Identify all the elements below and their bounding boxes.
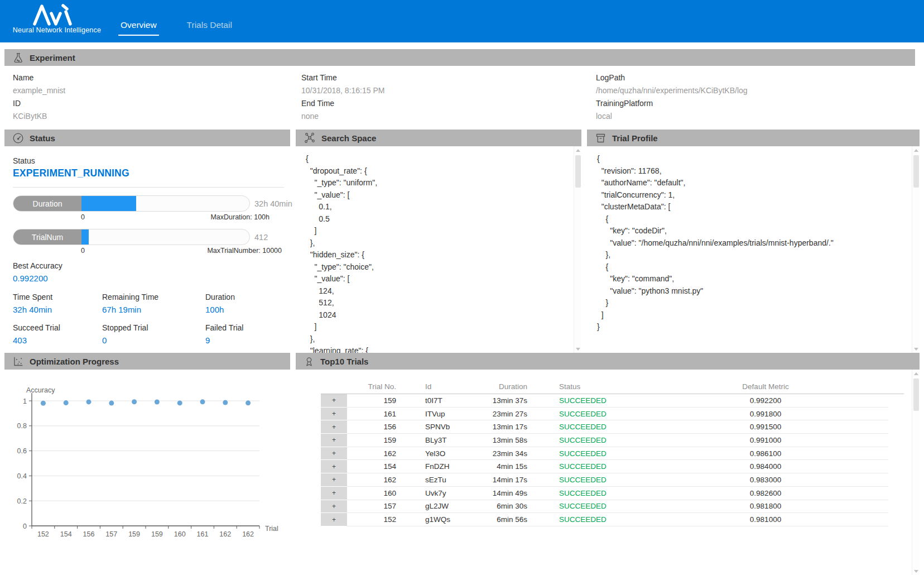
stopped-trial-value: 0: [102, 336, 107, 345]
data-point[interactable]: [109, 401, 114, 406]
row-spacer: [296, 434, 321, 447]
trial-profile-panel: { "revision": 11768, "authorName": "defa…: [587, 146, 920, 353]
metric-cell: 0.986100: [643, 447, 888, 461]
metric-cell: 0.981000: [643, 513, 888, 526]
status-cell: SUCCEEDED: [527, 513, 643, 526]
data-point[interactable]: [41, 401, 46, 406]
nav-tabs: Overview Trials Detail: [118, 20, 234, 36]
y-axis-tick-label: 0.8: [17, 422, 27, 430]
data-point[interactable]: [177, 400, 182, 405]
trial-no-cell: 157: [347, 500, 396, 514]
field-value-training-platform: local: [596, 112, 612, 121]
expand-button[interactable]: +: [321, 447, 347, 461]
y-axis-tick-label: 0: [23, 523, 27, 530]
tab-overview[interactable]: Overview: [118, 20, 159, 36]
row-spacer: [296, 447, 321, 461]
succeed-trial-value: 403: [13, 336, 27, 345]
duration-progress-value: 32h 40min: [254, 199, 292, 208]
experiment-section-title: Experiment: [30, 53, 75, 63]
trialnum-progress-value: 412: [254, 233, 268, 242]
tab-trials-detail[interactable]: Trials Detail: [185, 20, 234, 36]
row-spacer: [296, 460, 321, 473]
scroll-down-icon[interactable]: [574, 345, 582, 353]
trial-id-cell: FnDZH: [396, 460, 460, 473]
expand-button[interactable]: +: [321, 394, 347, 408]
data-point[interactable]: [155, 400, 160, 405]
duration-metric-label: Duration: [205, 293, 235, 301]
duration-cell: 13min 17s: [460, 420, 527, 434]
gauge-icon: [12, 132, 24, 144]
status-cell: SUCCEEDED: [527, 408, 643, 421]
metric-cell: 0.981800: [643, 500, 888, 514]
trialnum-progress-min: 0: [81, 247, 85, 255]
status-cell: SUCCEEDED: [527, 487, 643, 500]
field-label-training-platform: TrainingPlatform: [596, 99, 653, 108]
status-cell: SUCCEEDED: [527, 394, 643, 408]
x-axis-tick-label: 160: [174, 530, 186, 538]
trial-id-cell: Uvk7y: [396, 487, 460, 500]
scroll-up-icon[interactable]: [574, 146, 582, 154]
search-space-section-title: Search Space: [321, 133, 376, 143]
status-cell: SUCCEEDED: [527, 460, 643, 473]
data-point[interactable]: [64, 400, 69, 405]
trial-id-cell: t0I7T: [396, 394, 460, 408]
scrollbar-thumb[interactable]: [913, 155, 919, 188]
metric-cell: 0.992200: [643, 394, 888, 408]
data-point[interactable]: [246, 400, 251, 405]
search-space-panel: { "dropout_rate": { "_type": "uniform", …: [296, 146, 581, 353]
top-trials-table: Trial No. Id Duration Status Default Met…: [296, 380, 905, 526]
medal-icon: [304, 356, 315, 367]
x-axis-tick-label: 159: [128, 530, 140, 538]
table-header-row: Trial No. Id Duration Status Default Met…: [321, 380, 904, 394]
data-point[interactable]: [200, 399, 205, 404]
top-trials-section-title: Top10 Trials: [320, 357, 368, 366]
expand-button[interactable]: +: [321, 473, 347, 487]
x-axis-tick-label: 152: [37, 530, 49, 538]
expand-button[interactable]: +: [321, 420, 347, 434]
status-cell: SUCCEEDED: [527, 420, 643, 434]
trial-id-cell: Yel3O: [396, 447, 460, 461]
row-spacer: [296, 408, 321, 421]
expand-button[interactable]: +: [321, 513, 347, 526]
time-spent-label: Time Spent: [13, 293, 52, 301]
scroll-down-icon[interactable]: [912, 345, 920, 353]
expand-button[interactable]: +: [321, 500, 347, 514]
col-header-default-metric: Default Metric: [643, 382, 888, 391]
data-point[interactable]: [86, 399, 92, 404]
trial-no-cell: 154: [347, 460, 396, 473]
scroll-up-icon[interactable]: [912, 146, 920, 154]
row-spacer: [296, 487, 321, 500]
duration-progress-track: [81, 196, 249, 211]
trial-id-cell: SPNVb: [396, 420, 460, 434]
trial-no-cell: 160: [347, 487, 396, 500]
scrollbar-thumb[interactable]: [575, 155, 581, 188]
trial-profile-scrollbar[interactable]: [912, 146, 920, 353]
brand: Neural Network Intelligence: [9, 2, 105, 34]
col-header-id: Id: [396, 382, 460, 391]
trial-no-cell: 162: [347, 473, 396, 487]
status-cell: SUCCEEDED: [527, 447, 643, 461]
expand-button[interactable]: +: [321, 408, 347, 421]
trial-no-cell: 161: [347, 408, 396, 421]
expand-button[interactable]: +: [321, 487, 347, 500]
trial-no-cell: 152: [347, 513, 396, 526]
scrollbar-thumb[interactable]: [913, 378, 919, 411]
expand-button[interactable]: +: [321, 434, 347, 447]
remaining-time-label: Remaining Time: [102, 293, 158, 301]
expand-button[interactable]: +: [321, 460, 347, 473]
x-axis-tick-label: 161: [197, 530, 209, 538]
field-label-id: ID: [13, 99, 21, 108]
search-space-json: { "dropout_rate": { "_type": "uniform", …: [306, 153, 569, 353]
scroll-down-icon[interactable]: [912, 567, 920, 575]
top-trials-scrollbar[interactable]: [912, 370, 920, 575]
scroll-up-icon[interactable]: [912, 370, 920, 377]
search-space-scrollbar[interactable]: [574, 146, 581, 353]
table-row: +159t0I7T13min 37sSUCCEEDED0.992200: [296, 394, 905, 408]
field-value-logpath: /home/quzha/nni/experiments/KCiBytKB/log: [596, 86, 748, 95]
data-point[interactable]: [223, 400, 228, 405]
data-point[interactable]: [132, 399, 137, 404]
table-row: +162sEzTu14min 17sSUCCEEDED0.983000: [296, 473, 905, 487]
accuracy-scatter-chart[interactable]: 00.20.40.60.8115215415615715915916016116…: [4, 370, 290, 575]
field-value-id: KCiBytKB: [13, 112, 47, 121]
duration-cell: 23min 27s: [460, 408, 527, 421]
